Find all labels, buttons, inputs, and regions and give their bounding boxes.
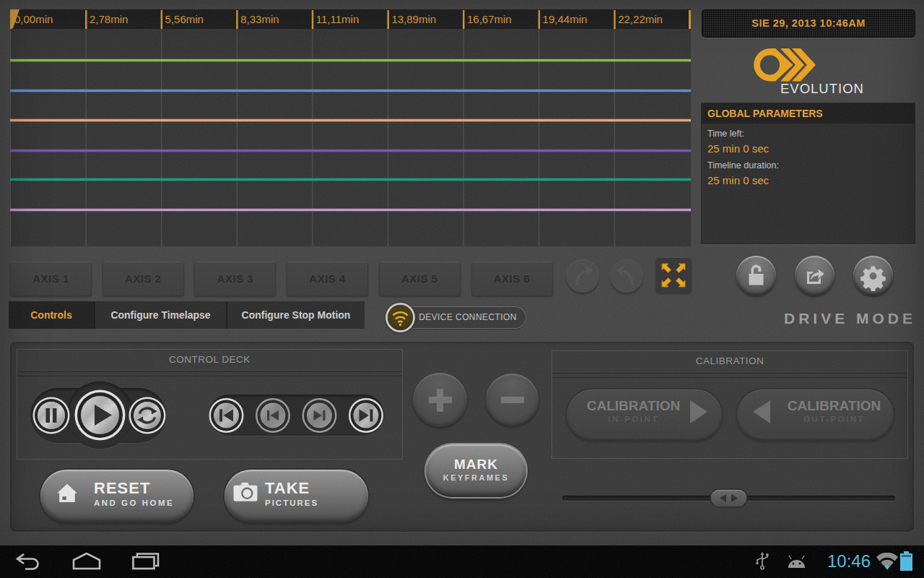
svg-text:EVOLUTION: EVOLUTION xyxy=(780,81,864,96)
svg-text:0,00min: 0,00min xyxy=(14,13,53,25)
svg-text:13,89min: 13,89min xyxy=(391,13,436,25)
svg-text:16,67min: 16,67min xyxy=(467,13,512,25)
svg-text:19,44min: 19,44min xyxy=(543,13,588,25)
svg-text:2,78min: 2,78min xyxy=(90,13,128,25)
svg-text:11,11min: 11,11min xyxy=(316,13,359,25)
svg-text:5,56min: 5,56min xyxy=(165,13,204,25)
svg-text:22,22min: 22,22min xyxy=(618,13,663,25)
svg-text:8,33min: 8,33min xyxy=(240,13,279,25)
